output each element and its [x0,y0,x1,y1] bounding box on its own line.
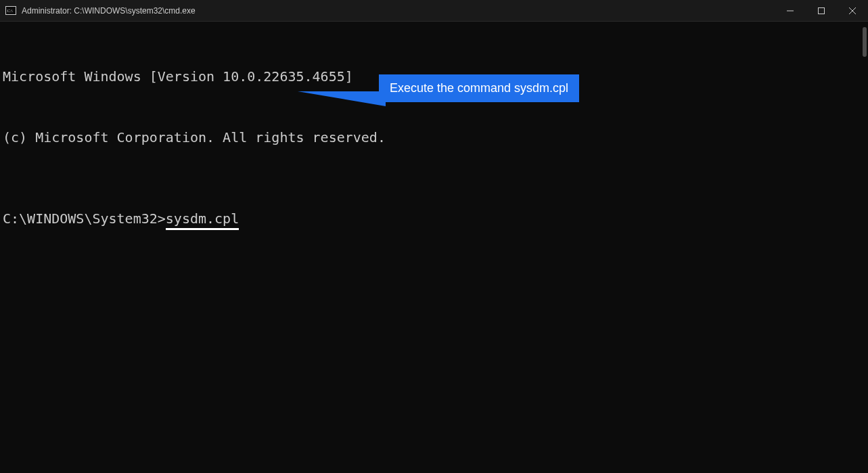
cmd-app-icon: C:\ [5,5,16,16]
prompt-text: C:\WINDOWS\System32> [3,210,166,227]
window-title: Administrator: C:\WINDOWS\system32\cmd.e… [22,6,196,16]
window-titlebar: C:\ Administrator: C:\WINDOWS\system32\c… [0,0,868,22]
callout-arrow-icon [298,91,386,106]
close-button[interactable] [837,0,868,22]
annotation-callout: Execute the command sysdm.cpl [379,74,579,102]
maximize-button[interactable] [806,0,837,22]
window-controls [775,0,868,21]
prompt-line: C:\WINDOWS\System32>sysdm.cpl [3,208,865,229]
minimize-button[interactable] [775,0,806,22]
svg-text:C:\: C:\ [7,8,14,14]
typed-command: sysdm.cpl [166,210,239,230]
svg-rect-3 [819,8,825,14]
copyright-line: (c) Microsoft Corporation. All rights re… [3,127,865,148]
callout-text: Execute the command sysdm.cpl [390,81,568,95]
titlebar-left: C:\ Administrator: C:\WINDOWS\system32\c… [0,5,196,16]
scrollbar-thumb[interactable] [863,27,867,57]
